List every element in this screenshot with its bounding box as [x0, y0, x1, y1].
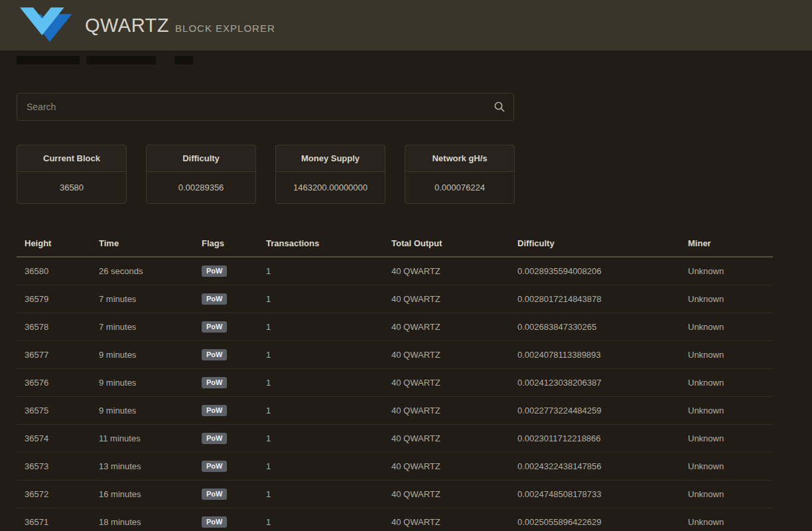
pow-badge: PoW [202, 293, 227, 305]
header-shadow-block [86, 56, 156, 64]
cell-difficulty: 0.002683847330265 [509, 313, 680, 341]
cell-flags: PoW [194, 341, 258, 369]
cell-transactions: 1 [258, 453, 383, 481]
column-header-time: Time [91, 232, 194, 257]
cell-transactions: 1 [258, 481, 383, 508]
cell-transactions: 1 [258, 341, 383, 369]
cell-flags: PoW [194, 397, 258, 425]
cell-height[interactable]: 36576 [17, 369, 91, 397]
table-row: 36573 13 minutes PoW 1 40 QWARTZ 0.00243… [17, 453, 773, 481]
cell-difficulty: 0.0024078113389893 [509, 341, 680, 369]
cell-time: 16 minutes [91, 481, 194, 508]
pow-badge: PoW [202, 489, 227, 500]
table-row: 36577 9 minutes PoW 1 40 QWARTZ 0.002407… [17, 341, 773, 369]
cell-miner: Unknown [680, 369, 773, 397]
qwartz-logo-icon [20, 7, 73, 44]
cell-flags: PoW [194, 425, 258, 453]
column-header-transactions: Transactions [258, 232, 383, 257]
cell-difficulty: 0.0024748508178733 [509, 481, 680, 508]
stat-label: Current Block [17, 145, 126, 172]
cell-height[interactable]: 36578 [17, 313, 91, 341]
search-box [17, 93, 514, 121]
cell-total-output: 40 QWARTZ [383, 481, 509, 508]
header-shadow-block [174, 56, 193, 64]
cell-transactions: 1 [258, 257, 383, 285]
cell-transactions: 1 [258, 508, 383, 531]
table-row: 36579 7 minutes PoW 1 40 QWARTZ 0.002801… [17, 285, 773, 313]
cell-total-output: 40 QWARTZ [383, 397, 509, 425]
cell-time: 9 minutes [91, 369, 194, 397]
cell-time: 26 seconds [91, 257, 194, 285]
header-shadow-block [17, 56, 80, 64]
column-header-miner: Miner [680, 232, 773, 257]
pow-badge: PoW [202, 433, 227, 444]
stat-value: 0.000076224 [405, 172, 514, 203]
stat-value: 36580 [17, 172, 126, 203]
pow-badge: PoW [202, 349, 227, 360]
cell-difficulty: 0.0028017214843878 [509, 285, 680, 313]
cell-miner: Unknown [680, 397, 773, 425]
table-row: 36576 9 minutes PoW 1 40 QWARTZ 0.002412… [17, 369, 773, 397]
cell-total-output: 40 QWARTZ [383, 285, 509, 313]
search-button[interactable] [486, 94, 513, 120]
cell-total-output: 40 QWARTZ [383, 257, 509, 285]
column-header-flags: Flags [194, 232, 258, 257]
cell-height[interactable]: 36571 [17, 508, 91, 531]
page-subtitle: BLOCK EXPLORER [175, 23, 275, 34]
cell-time: 11 minutes [91, 425, 194, 453]
stat-card-current-block: Current Block 36580 [17, 145, 127, 204]
pow-badge: PoW [202, 266, 227, 277]
cell-difficulty: 0.0028935594008206 [509, 257, 680, 285]
cell-miner: Unknown [680, 508, 773, 531]
stat-value: 0.00289356 [147, 172, 255, 203]
search-icon [494, 101, 506, 113]
page-title: QWARTZ [85, 15, 169, 37]
cell-height[interactable]: 36574 [17, 425, 91, 453]
cell-flags: PoW [194, 285, 258, 313]
cell-total-output: 40 QWARTZ [383, 369, 509, 397]
cell-transactions: 1 [258, 425, 383, 453]
cell-miner: Unknown [680, 425, 773, 453]
cell-difficulty: 0.0025055896422629 [509, 508, 680, 531]
table-row: 36578 7 minutes PoW 1 40 QWARTZ 0.002683… [17, 313, 773, 341]
column-header-height: Height [17, 232, 91, 257]
search-row [17, 93, 812, 121]
cell-total-output: 40 QWARTZ [383, 313, 509, 341]
cell-flags: PoW [194, 453, 258, 481]
cell-total-output: 40 QWARTZ [383, 508, 509, 531]
cell-height[interactable]: 36579 [17, 285, 91, 313]
cell-transactions: 1 [258, 313, 383, 341]
cell-total-output: 40 QWARTZ [383, 425, 509, 453]
cell-height[interactable]: 36580 [17, 257, 91, 285]
cell-total-output: 40 QWARTZ [383, 341, 509, 369]
pow-badge: PoW [202, 321, 227, 333]
pow-badge: PoW [202, 516, 227, 528]
search-input[interactable] [17, 94, 486, 120]
stat-card-money-supply: Money Supply 1463200.00000000 [275, 145, 385, 204]
stat-card-network-hashrate: Network gH/s 0.000076224 [405, 145, 515, 204]
cell-flags: PoW [194, 369, 258, 397]
cell-time: 9 minutes [91, 341, 194, 369]
cell-height[interactable]: 36575 [17, 397, 91, 425]
cell-height[interactable]: 36577 [17, 341, 91, 369]
cell-miner: Unknown [680, 481, 773, 508]
cell-transactions: 1 [258, 369, 383, 397]
cell-time: 9 minutes [91, 397, 194, 425]
cell-difficulty: 0.0022773224484259 [509, 397, 680, 425]
cell-flags: PoW [194, 257, 258, 285]
app-logo[interactable] [20, 7, 73, 44]
brand: QWARTZ BLOCK EXPLORER [85, 15, 275, 37]
cell-height[interactable]: 36573 [17, 453, 91, 481]
cell-height[interactable]: 36572 [17, 481, 91, 508]
cell-flags: PoW [194, 313, 258, 341]
table-row: 36571 18 minutes PoW 1 40 QWARTZ 0.00250… [17, 508, 773, 531]
stats-row: Current Block 36580 Difficulty 0.0028935… [17, 145, 812, 204]
cell-difficulty: 0.0024322438147856 [509, 453, 680, 481]
cell-transactions: 1 [258, 285, 383, 313]
stat-value: 1463200.00000000 [276, 172, 385, 203]
cell-time: 18 minutes [91, 508, 194, 531]
stat-card-difficulty: Difficulty 0.00289356 [146, 145, 256, 204]
table-row: 36575 9 minutes PoW 1 40 QWARTZ 0.002277… [17, 397, 773, 425]
header-shadow-row [17, 56, 812, 64]
blocks-table: Height Time Flags Transactions Total Out… [17, 232, 773, 531]
